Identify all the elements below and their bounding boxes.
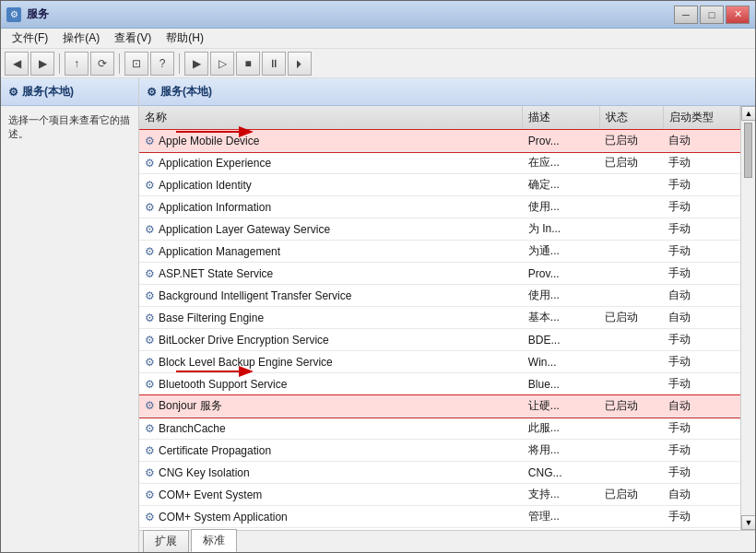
window-title: 服务 [27, 6, 49, 22]
service-name: ⚙Base Filtering Engine [139, 307, 523, 329]
service-desc: 此服... [523, 418, 599, 440]
table-row[interactable]: ⚙COM+ System Application管理...手动 [139, 506, 740, 528]
service-startup: 手动 [663, 351, 739, 373]
service-startup: 手动 [663, 196, 739, 218]
table-row[interactable]: ⚙Background Intelligent Transfer Service… [139, 285, 740, 307]
table-row[interactable]: ⚙Application Information使用...手动 [139, 196, 740, 218]
col-header-status[interactable]: 状态 [599, 106, 663, 130]
service-status [599, 373, 663, 395]
services-table: 名称 描述 状态 启动类型 ⚙Apple Mobile DeviceProv..… [139, 106, 740, 528]
menu-help[interactable]: 帮助(H) [159, 29, 211, 48]
table-row[interactable]: ⚙BitLocker Drive Encryption ServiceBDE..… [139, 329, 740, 351]
toolbar-separator-3 [179, 53, 180, 74]
play-button[interactable]: ▶ [184, 52, 208, 76]
pause-button[interactable]: ⏸ [262, 52, 286, 76]
table-row[interactable]: ⚙Application Identity确定...手动 [139, 174, 740, 196]
left-panel-body: 选择一个项目来查看它的描述。 [1, 106, 138, 552]
tab-standard[interactable]: 标准 [191, 529, 237, 552]
up-button[interactable]: ↑ [65, 52, 89, 76]
service-name: ⚙COM+ Event System [139, 484, 523, 506]
table-row[interactable]: ⚙CNG Key IsolationCNG...手动 [139, 462, 740, 484]
col-header-startup[interactable]: 启动类型 [663, 106, 739, 130]
menu-view[interactable]: 查看(V) [107, 29, 159, 48]
service-desc: Win... [523, 351, 599, 373]
service-desc: 基本... [523, 307, 599, 329]
service-status [599, 241, 663, 263]
service-startup: 手动 [663, 241, 739, 263]
table-row[interactable]: ⚙COM+ Event System支持...已启动自动 [139, 484, 740, 506]
help-button[interactable]: ? [150, 52, 174, 76]
table-row[interactable]: ⚙Application Experience在应...已启动手动 [139, 152, 740, 174]
service-status [599, 285, 663, 307]
main-window: ⚙ 服务 ─ □ ✕ 文件(F) 操作(A) 查看(V) 帮助(H) ◀ ▶ ↑… [0, 0, 756, 553]
service-desc: Blue... [523, 373, 599, 395]
service-status [599, 418, 663, 440]
vertical-scrollbar[interactable]: ▲ ▼ [740, 106, 755, 530]
title-buttons: ─ □ ✕ [674, 6, 750, 24]
service-name: ⚙BranchCache [139, 418, 523, 440]
service-startup: 自动 [663, 395, 739, 418]
stop-button[interactable]: ■ [236, 52, 260, 76]
left-panel-header: ⚙ 服务(本地) [1, 78, 138, 106]
table-row[interactable]: ⚙ASP.NET State ServiceProv...手动 [139, 263, 740, 285]
service-name: ⚙BitLocker Drive Encryption Service [139, 329, 523, 351]
close-button[interactable]: ✕ [726, 6, 750, 24]
left-panel-description: 选择一个项目来查看它的描述。 [8, 114, 130, 139]
refresh-button[interactable]: ⟳ [90, 52, 114, 76]
right-panel-header: ⚙ 服务(本地) [139, 78, 755, 106]
title-bar-left: ⚙ 服务 [6, 6, 49, 22]
table-row[interactable]: ⚙Certificate Propagation将用...手动 [139, 440, 740, 462]
table-row[interactable]: ⚙Application Layer Gateway Service为 In..… [139, 218, 740, 241]
service-status: 已启动 [599, 130, 663, 152]
services-table-container[interactable]: 名称 描述 状态 启动类型 ⚙Apple Mobile DeviceProv..… [139, 106, 740, 530]
maximize-button[interactable]: □ [700, 6, 724, 24]
service-name: ⚙Block Level Backup Engine Service [139, 351, 523, 373]
scroll-down-button[interactable]: ▼ [741, 515, 755, 530]
show-hide-button[interactable]: ⊡ [124, 52, 148, 76]
scrollbar-thumb[interactable] [744, 123, 752, 178]
left-panel-icon: ⚙ [8, 86, 18, 99]
table-row[interactable]: ⚙Application Management为通...手动 [139, 241, 740, 263]
service-status [599, 440, 663, 462]
minimize-button[interactable]: ─ [674, 6, 698, 24]
table-row[interactable]: ⚙BranchCache此服...手动 [139, 418, 740, 440]
main-content: ⚙ 服务(本地) 选择一个项目来查看它的描述。 ⚙ 服务(本地) 名称 [1, 78, 755, 552]
service-desc: BDE... [523, 329, 599, 351]
menu-file[interactable]: 文件(F) [5, 29, 55, 48]
table-row[interactable]: ⚙Bluetooth Support ServiceBlue...手动 [139, 373, 740, 395]
right-panel-title: 服务(本地) [160, 84, 212, 100]
service-startup: 自动 [663, 307, 739, 329]
tab-expand[interactable]: 扩展 [143, 530, 189, 552]
service-name: ⚙Application Information [139, 196, 523, 218]
forward-button[interactable]: ▶ [30, 52, 54, 76]
service-desc: 让硬... [523, 395, 599, 418]
scroll-up-button[interactable]: ▲ [741, 106, 755, 121]
service-startup: 手动 [663, 218, 739, 241]
left-panel: ⚙ 服务(本地) 选择一个项目来查看它的描述。 [1, 78, 139, 552]
service-name: ⚙Application Experience [139, 152, 523, 174]
service-desc: 在应... [523, 152, 599, 174]
table-row[interactable]: ⚙Apple Mobile DeviceProv...已启动自动 [139, 130, 740, 152]
service-name: ⚙CNG Key Isolation [139, 462, 523, 484]
table-row[interactable]: ⚙Base Filtering Engine基本...已启动自动 [139, 307, 740, 329]
service-startup: 手动 [663, 174, 739, 196]
resume-button[interactable]: ⏵ [288, 52, 312, 76]
window-icon: ⚙ [6, 7, 21, 22]
service-startup: 手动 [663, 373, 739, 395]
back-button[interactable]: ◀ [5, 52, 29, 76]
service-desc: Prov... [523, 263, 599, 285]
service-desc: 将用... [523, 440, 599, 462]
col-header-name[interactable]: 名称 [139, 106, 523, 130]
service-name: ⚙Bluetooth Support Service [139, 373, 523, 395]
service-name: ⚙Background Intelligent Transfer Service [139, 285, 523, 307]
menu-action[interactable]: 操作(A) [55, 29, 107, 48]
play-all-button[interactable]: ▷ [210, 52, 234, 76]
col-header-desc[interactable]: 描述 [523, 106, 599, 130]
service-status [599, 263, 663, 285]
service-name: ⚙Bonjour 服务 [139, 395, 523, 418]
service-status [599, 218, 663, 241]
table-row[interactable]: ⚙Block Level Backup Engine ServiceWin...… [139, 351, 740, 373]
service-desc: 使用... [523, 196, 599, 218]
table-row[interactable]: ⚙Bonjour 服务让硬...已启动自动 [139, 395, 740, 418]
left-panel-title: 服务(本地) [22, 84, 74, 100]
